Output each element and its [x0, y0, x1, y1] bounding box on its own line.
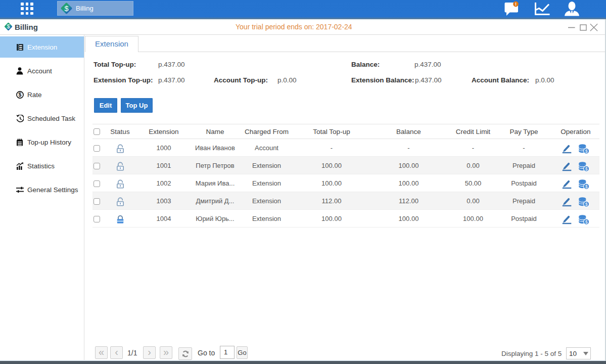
- svg-text:$: $: [585, 149, 588, 154]
- svg-text:$: $: [585, 166, 588, 171]
- svg-text:$: $: [18, 92, 21, 98]
- svg-text:$: $: [585, 184, 588, 189]
- svg-text:!: !: [515, 2, 517, 7]
- svg-text:$: $: [7, 23, 10, 29]
- svg-text:$: $: [585, 202, 588, 207]
- svg-text:$: $: [585, 219, 588, 224]
- svg-text:$: $: [64, 5, 68, 13]
